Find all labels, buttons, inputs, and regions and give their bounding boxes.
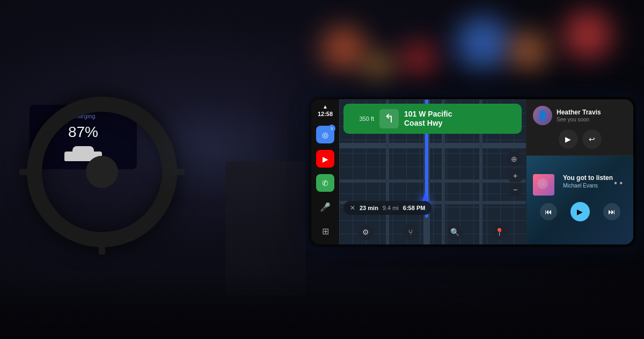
call-play-button[interactable]: ▶ (559, 129, 578, 149)
caller-avatar: 👤 (533, 106, 552, 125)
music-card: ⚙ • • You got to listen Michael Evans ⏮ … (526, 156, 633, 244)
previous-track-button[interactable]: ⏮ (540, 203, 557, 220)
eta-miles: 9.4 mi (383, 205, 399, 211)
mic-icon-symbol: 🎤 (320, 202, 331, 212)
notification-badge: 3 (328, 125, 335, 132)
bokeh-light-1 (322, 27, 365, 70)
music-artist-name: Michael Evans (563, 183, 613, 189)
bokeh-light-5 (365, 54, 392, 81)
route-options-button[interactable]: ⑂ (402, 224, 419, 240)
map-view[interactable]: 350 ft ↰ 101 W PacificCoast Hwy ✕ 23 min… (339, 99, 526, 244)
steering-wheel (27, 97, 177, 247)
avatar-icon: 👤 (537, 110, 548, 121)
phone-app-icon[interactable]: ✆ (316, 174, 334, 192)
map-controls-bar: ⚙ ⑂ 🔍 📍 (339, 224, 526, 240)
eta-close-button[interactable]: ✕ (350, 204, 355, 212)
settings-button[interactable]: ⚙ (358, 224, 374, 240)
caller-details: Heather Travis See you soon (557, 109, 601, 122)
apps-grid-icon[interactable]: ⊞ (316, 222, 334, 240)
youtube-app-icon[interactable]: ▶ (316, 150, 334, 168)
time-display: 12:58 (318, 111, 333, 117)
app-sidebar: ▲ 12:58 ◎ 3 ▶ ✆ 🎤 ⊞ (311, 99, 339, 244)
call-card: 👤 Heather Travis See you soon ▶ ↩ (526, 99, 633, 156)
bokeh-light-2 (402, 43, 435, 75)
music-song-title: You got to listen (563, 174, 613, 182)
right-panel: 👤 Heather Travis See you soon ▶ ↩ ⚙ • • (526, 99, 633, 244)
location-center-button[interactable]: ⊕ (507, 152, 522, 167)
call-reply-button[interactable]: ↩ (582, 129, 602, 149)
nav-instruction-banner: 350 ft ↰ 101 W PacificCoast Hwy (343, 104, 522, 134)
location-icon: ⊕ (511, 155, 517, 163)
nav-street-name: 101 W PacificCoast Hwy (404, 110, 515, 128)
zoom-in-button[interactable]: + (509, 169, 522, 182)
search-button[interactable]: 🔍 (447, 224, 463, 240)
status-bar: ▲ 12:58 (318, 104, 333, 117)
play-pause-button[interactable]: ▶ (570, 202, 590, 221)
turn-arrow-icon: ↰ (384, 112, 394, 126)
nav-distance: 350 ft (350, 116, 374, 122)
bokeh-light-4 (510, 32, 547, 70)
eta-bar: ✕ 23 min 9.4 mi 6:58 PM (343, 201, 431, 215)
infotainment-screen: ▲ 12:58 ◎ 3 ▶ ✆ 🎤 ⊞ (311, 99, 633, 244)
road-horizontal-2 (339, 179, 526, 183)
horn-center (89, 158, 115, 185)
phone-icon-symbol: ✆ (322, 179, 328, 187)
maps-icon-symbol: ◎ (322, 131, 328, 139)
caller-status: See you soon (557, 117, 601, 122)
spoke-left (19, 169, 42, 175)
eta-duration: 23 min (360, 205, 378, 211)
bokeh-light-6 (564, 11, 612, 59)
music-card-content: ⚙ • • You got to listen Michael Evans ⏮ … (533, 174, 627, 221)
caller-name: Heather Travis (557, 109, 601, 116)
dashboard-bottom (0, 275, 644, 339)
nav-turn-icon: ↰ (379, 109, 399, 128)
music-playback-controls: ⏮ ▶ ⏭ (533, 202, 627, 221)
road-horizontal-main (339, 143, 526, 148)
eta-time: 6:58 PM (403, 205, 426, 211)
music-more-options[interactable]: • • (614, 178, 623, 188)
music-settings-icon[interactable]: ⚙ (537, 178, 548, 189)
zoom-controls: + − (509, 169, 522, 196)
spoke-right (162, 169, 185, 175)
caller-info: 👤 Heather Travis See you soon (533, 106, 627, 125)
maps-app-icon[interactable]: ◎ 3 (316, 126, 334, 143)
mic-app-icon[interactable]: 🎤 (316, 198, 334, 216)
call-actions: ▶ ↩ (533, 129, 627, 149)
bokeh-light-3 (456, 16, 510, 70)
music-text-info: You got to listen Michael Evans (563, 174, 613, 189)
zoom-out-button[interactable]: − (509, 183, 522, 196)
pin-button[interactable]: 📍 (492, 224, 508, 240)
youtube-icon-symbol: ▶ (323, 155, 328, 163)
signal-icon: ▲ (323, 104, 328, 110)
grid-icon-symbol: ⊞ (322, 226, 329, 236)
spoke-bottom (99, 232, 105, 255)
next-track-button[interactable]: ⏭ (603, 203, 620, 220)
